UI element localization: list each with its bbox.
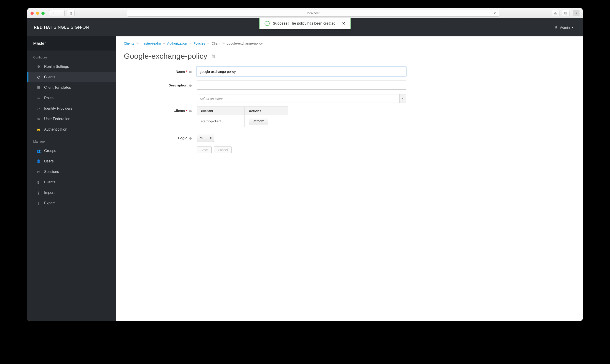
sidebar-item-label: User Federation — [44, 117, 70, 121]
toast-close-button[interactable]: ✕ — [342, 21, 345, 26]
page-title: Google-exchange-policy 🗑 — [124, 52, 575, 61]
breadcrumb-sep: ≫ — [222, 42, 225, 45]
selected-clients-table: clientId Actions starting-client Remove — [197, 106, 288, 127]
close-window-button[interactable] — [30, 12, 34, 15]
chevron-down-icon: ⌄ — [108, 42, 110, 45]
brand: RED HAT SINGLE SIGN-ON — [34, 25, 89, 30]
description-input[interactable] — [197, 80, 406, 90]
trash-icon[interactable]: 🗑 — [211, 53, 216, 59]
clients-select[interactable]: Select an client... ▼ — [197, 94, 406, 103]
breadcrumb-link[interactable]: master-realm — [141, 41, 161, 45]
toast-strong: Success! — [273, 21, 289, 25]
sidebar-item-authentication[interactable]: 🔒 Authentication — [27, 124, 116, 135]
calendar-icon: 🗓 — [36, 181, 40, 184]
forward-button[interactable]: 〉 — [57, 10, 65, 16]
cancel-button[interactable]: Cancel — [214, 146, 232, 153]
sidebar-item-users[interactable]: 👤 Users — [27, 156, 116, 167]
clock-icon: ◷ — [36, 170, 40, 174]
required-marker: * — [186, 70, 187, 74]
sidebar-item-label: Import — [44, 191, 54, 195]
toast-text: Success! The policy has been created. — [273, 21, 337, 26]
address-bar[interactable]: localhost ⟳ — [127, 10, 499, 17]
sidebar-item-realm-settings[interactable]: ⚙ Realm Settings — [27, 61, 116, 72]
required-marker: * — [186, 109, 187, 113]
cell-clientid: starting-client — [197, 115, 245, 127]
titlebar: 〈 〉 ▥ localhost ⟳ + — [27, 8, 583, 18]
reload-icon[interactable]: ⟳ — [494, 11, 497, 15]
logic-value: Po — [199, 136, 203, 140]
description-label: Description ◑ — [124, 83, 197, 87]
chevron-down-icon: ▼ — [399, 94, 406, 103]
help-icon[interactable]: ◑ — [189, 70, 192, 74]
label-text: Description — [168, 83, 187, 87]
breadcrumb-sep: ≫ — [189, 42, 192, 45]
help-icon[interactable]: ◑ — [189, 84, 192, 87]
new-tab-button[interactable]: + — [573, 10, 580, 16]
remove-button[interactable]: Remove — [249, 118, 268, 124]
tabs-button[interactable] — [562, 10, 570, 16]
sidebar-item-user-federation[interactable]: ≋ User Federation — [27, 114, 116, 124]
sidebar-item-label: Clients — [44, 75, 55, 79]
svg-rect-0 — [564, 12, 566, 14]
cube-icon: ◎ — [36, 75, 40, 79]
sidebar-item-client-templates[interactable]: ☰ Client Templates — [27, 82, 116, 93]
sidebar-item-export[interactable]: ⭱ Export — [27, 198, 116, 208]
sidebar-item-label: Roles — [44, 96, 53, 100]
breadcrumb-sep: ≫ — [207, 42, 210, 45]
sidebar-item-events[interactable]: 🗓 Events — [27, 177, 116, 187]
th-clientid: clientId — [197, 107, 245, 115]
breadcrumb-sep: ≫ — [162, 42, 165, 45]
help-icon[interactable]: ◑ — [189, 136, 192, 140]
share-button[interactable] — [552, 10, 559, 16]
chevron-down-icon: ▾ — [572, 26, 573, 29]
sidebar-item-sessions[interactable]: ◷ Sessions — [27, 167, 116, 177]
address-text: localhost — [307, 11, 319, 15]
sidebar-item-label: Sessions — [44, 170, 59, 174]
table-row: starting-client Remove — [197, 115, 288, 127]
sidebar-item-groups[interactable]: 👥 Groups — [27, 146, 116, 156]
sidebar-item-identity-providers[interactable]: ⇄ Identity Providers — [27, 103, 116, 114]
th-actions: Actions — [245, 107, 288, 115]
label-text: Name — [176, 70, 185, 74]
name-input[interactable] — [197, 67, 406, 76]
logic-select[interactable]: Po ▲▼ — [197, 134, 214, 142]
breadcrumb-sep: ≫ — [136, 42, 139, 45]
breadcrumb-link[interactable]: Policies — [193, 41, 205, 45]
database-icon: ≋ — [36, 117, 40, 121]
sidebar-item-label: Identity Providers — [44, 106, 72, 111]
window-controls — [30, 12, 45, 15]
exchange-icon: ⇄ — [36, 106, 40, 111]
toast-rest: The policy has been created. — [290, 21, 336, 25]
sidebar-toggle-button[interactable]: ▥ — [67, 10, 75, 16]
help-icon[interactable]: ◑ — [189, 109, 192, 113]
page-title-text: Google-exchange-policy — [124, 52, 207, 61]
zoom-window-button[interactable] — [41, 12, 45, 15]
sidebar-item-roles[interactable]: ≣ Roles — [27, 93, 116, 103]
export-icon: ⭱ — [36, 201, 40, 205]
sidebar: Master ⌄ Configure ⚙ Realm Settings ◎ Cl… — [27, 36, 116, 321]
breadcrumb-link[interactable]: Authorization — [167, 41, 187, 45]
save-button[interactable]: Save — [197, 146, 212, 153]
minimize-window-button[interactable] — [36, 12, 39, 15]
breadcrumb-link[interactable]: Clients — [124, 41, 134, 45]
lock-icon: 🔒 — [36, 127, 40, 131]
logic-label: Logic ◑ — [124, 136, 197, 140]
user-menu[interactable]: Admin ▾ — [551, 26, 576, 29]
sidebar-item-label: Users — [44, 159, 54, 163]
realm-selector[interactable]: Master ⌄ — [27, 36, 116, 51]
realm-name: Master — [33, 41, 46, 46]
svg-rect-1 — [565, 13, 567, 14]
brand-rest: SINGLE SIGN-ON — [52, 25, 89, 30]
label-text: Logic — [178, 136, 187, 140]
user-icon: 👤 — [36, 159, 40, 163]
sidebar-item-import[interactable]: ⭳ Import — [27, 187, 116, 198]
sidebar-item-label: Client Templates — [44, 86, 71, 90]
main-content: Clients≫ master-realm≫ Authorization≫ Po… — [116, 36, 583, 321]
import-icon: ⭳ — [36, 191, 40, 195]
sidebar-item-label: Groups — [44, 149, 56, 153]
select-placeholder: Select an client... — [197, 97, 399, 101]
sidebar-item-clients[interactable]: ◎ Clients — [27, 72, 116, 82]
back-button[interactable]: 〈 — [49, 10, 57, 16]
breadcrumb-item: Client — [212, 41, 220, 45]
sliders-icon: ⚙ — [36, 65, 40, 69]
